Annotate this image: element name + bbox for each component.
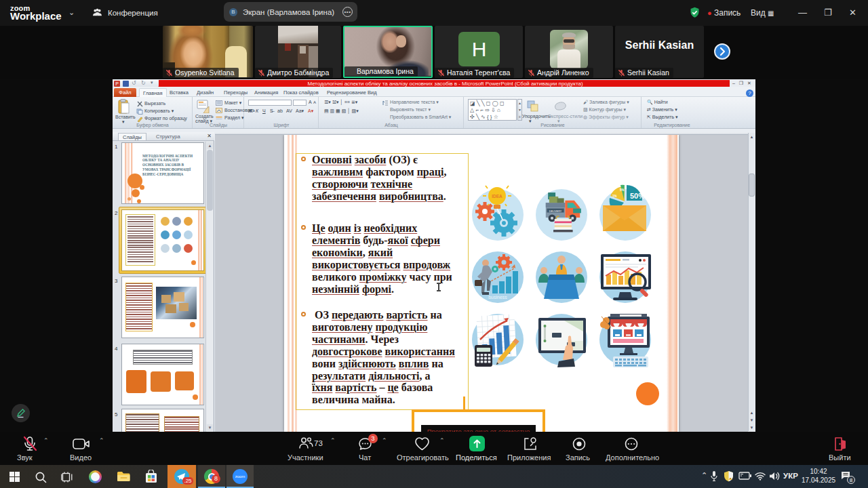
- svg-text:1%: 1%: [612, 195, 617, 198]
- svg-text:50%: 50%: [630, 192, 645, 200]
- svg-text:business: business: [488, 295, 507, 300]
- svg-text:IDEA: IDEA: [492, 194, 502, 199]
- svg-text:DELIVERY: DELIVERY: [549, 210, 562, 213]
- svg-text:5%: 5%: [620, 188, 625, 192]
